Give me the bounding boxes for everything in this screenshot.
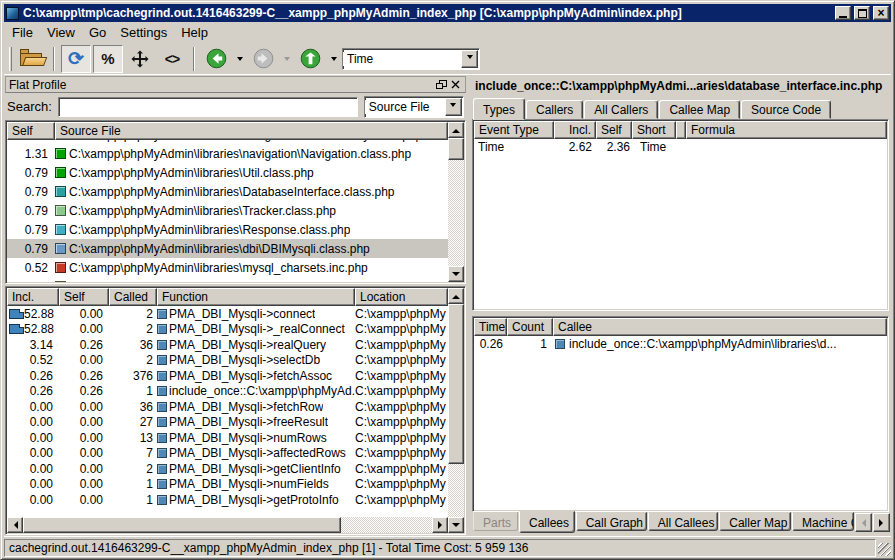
incl-cost: 0.00: [24, 431, 59, 445]
toolbar-handle[interactable]: [9, 47, 12, 71]
open-file-button[interactable]: [17, 45, 47, 73]
function-row[interactable]: 0.00 0.00 27 PMA_DBI_Mysqli->freeResult …: [7, 415, 448, 431]
scrollbar-thumb[interactable]: [23, 517, 341, 533]
column-header-callee[interactable]: Callee: [553, 318, 887, 336]
dock-close-button[interactable]: [448, 78, 462, 91]
scroll-left-button[interactable]: [7, 517, 23, 533]
up-dropdown-button[interactable]: [327, 45, 340, 73]
column-header-event-type[interactable]: Event Type: [474, 121, 554, 139]
tab-callers[interactable]: Callers: [526, 100, 583, 119]
dock-title-bar[interactable]: Flat Profile: [5, 76, 466, 93]
source-file-row[interactable]: 0.52 C:\xampp\phpMyAdmin\libraries\user_…: [7, 277, 448, 282]
column-header-source-file[interactable]: Source File: [55, 122, 448, 140]
scrollbar-thumb[interactable]: [448, 138, 464, 160]
function-row[interactable]: 0.52 0.00 2 PMA_DBI_Mysqli->selectDb C:\…: [7, 353, 448, 369]
source-file-row[interactable]: 0.79 C:\xampp\phpMyAdmin\libraries\Track…: [7, 201, 448, 220]
called-count: 2: [109, 462, 157, 476]
tab-callees[interactable]: Callees: [519, 511, 575, 533]
combo-dropdown-button[interactable]: [445, 98, 462, 116]
percent-icon: %: [101, 50, 114, 67]
tab-caller-map[interactable]: Caller Map: [719, 512, 791, 531]
tab-types[interactable]: Types: [473, 98, 525, 120]
menu-view[interactable]: View: [41, 23, 81, 42]
back-dropdown-button[interactable]: [233, 45, 246, 73]
column-header-self[interactable]: Self: [7, 122, 55, 140]
dock-float-button[interactable]: [434, 78, 448, 91]
menu-file[interactable]: File: [6, 23, 39, 42]
detail-bottom-tab-bar: Parts Callees Call Graph All Callees Cal…: [471, 512, 890, 535]
column-header-count[interactable]: Count: [507, 318, 553, 336]
tab-source-code[interactable]: Source Code: [741, 100, 831, 119]
column-header-self[interactable]: Self: [59, 288, 109, 306]
menu-settings[interactable]: Settings: [114, 23, 173, 42]
column-header-time[interactable]: Time: [474, 318, 507, 336]
function-table-vertical-scrollbar[interactable]: [448, 288, 464, 533]
column-header-incl[interactable]: Incl.: [554, 121, 596, 139]
column-header-blank[interactable]: [676, 121, 686, 139]
column-header-location[interactable]: Location: [355, 288, 448, 306]
source-file-row[interactable]: 1.31 C:\xampp\phpMyAdmin\libraries\navig…: [7, 144, 448, 163]
tab-parts[interactable]: Parts: [473, 512, 518, 531]
column-header-formula[interactable]: Formula: [686, 121, 887, 139]
function-row[interactable]: 0.00 0.00 1 PMA_DBI_Mysqli->numFields C:…: [7, 477, 448, 493]
up-button[interactable]: [295, 45, 325, 73]
scroll-down-button[interactable]: [448, 517, 464, 533]
toolbar: ⟳ % <>: [4, 43, 891, 75]
scroll-right-button[interactable]: [432, 517, 448, 533]
function-row[interactable]: 0.00 0.00 1 PMA_DBI_Mysqli->getProtoInfo…: [7, 492, 448, 508]
function-row[interactable]: 0.00 0.00 13 PMA_DBI_Mysqli->numRows C:\…: [7, 430, 448, 446]
function-row[interactable]: 0.26 0.26 1 include_once::C:\xampp\phpMy…: [7, 384, 448, 400]
function-row[interactable]: 0.00 0.00 7 PMA_DBI_Mysqli->affectedRows…: [7, 446, 448, 462]
cycle-detection-button[interactable]: <>: [157, 45, 187, 73]
forward-dropdown-button[interactable]: [280, 45, 293, 73]
tab-scroll-left-button[interactable]: [855, 513, 872, 532]
tab-scroll-right-button[interactable]: [873, 513, 890, 532]
tab-all-callees[interactable]: All Callees: [648, 512, 719, 531]
scroll-down-button[interactable]: [448, 266, 464, 282]
event-type-row[interactable]: Time 2.62 2.36 Time: [474, 139, 887, 155]
grouping-combobox[interactable]: Source File: [364, 96, 464, 118]
tab-machine-code[interactable]: Machine Code: [792, 512, 854, 531]
expand-all-areas-button[interactable]: [125, 45, 155, 73]
source-list-vertical-scrollbar[interactable]: [448, 122, 464, 282]
column-header-incl[interactable]: Incl.: [7, 288, 59, 306]
combo-dropdown-button[interactable]: [461, 50, 478, 68]
source-file-row[interactable]: 0.79 C:\xampp\phpMyAdmin\libraries\Datab…: [7, 182, 448, 201]
column-header-short[interactable]: Short: [632, 121, 676, 139]
function-row[interactable]: 3.14 0.26 36 PMA_DBI_Mysqli->realQuery C…: [7, 337, 448, 353]
function-row[interactable]: 52.88 0.00 2 PMA_DBI_Mysqli->_realConnec…: [7, 322, 448, 338]
scroll-up-button[interactable]: [448, 288, 464, 304]
column-header-function[interactable]: Function: [157, 288, 355, 306]
column-header-called[interactable]: Called: [109, 288, 157, 306]
column-header-self[interactable]: Self: [596, 121, 632, 139]
resize-grip[interactable]: [878, 543, 891, 556]
callee-row[interactable]: 0.26 1 include_once::C:\xampp\phpMyAdmin…: [474, 336, 887, 352]
function-row[interactable]: 0.00 0.00 2 PMA_DBI_Mysqli->getClientInf…: [7, 461, 448, 477]
back-button[interactable]: [201, 45, 231, 73]
reload-button[interactable]: ⟳: [61, 45, 91, 73]
function-row[interactable]: 52.88 0.00 2 PMA_DBI_Mysqli->connect C:\…: [7, 306, 448, 322]
source-file-path: C:\xampp\phpMyAdmin\libraries\Tracker.cl…: [69, 204, 336, 218]
menu-go[interactable]: Go: [83, 23, 112, 42]
function-table-horizontal-scrollbar[interactable]: [7, 517, 448, 533]
search-input[interactable]: [58, 97, 358, 117]
function-row[interactable]: 0.00 0.00 36 PMA_DBI_Mysqli->fetchRow C:…: [7, 399, 448, 415]
source-file-row[interactable]: 0.79 C:\xampp\phpMyAdmin\libraries\dbi\D…: [7, 239, 448, 258]
function-row[interactable]: 0.26 0.26 376 PMA_DBI_Mysqli->fetchAssoc…: [7, 368, 448, 384]
title-bar[interactable]: C:\xampp\tmp\cachegrind.out.1416463299-C…: [4, 4, 891, 22]
forward-button[interactable]: [248, 45, 278, 73]
maximize-button[interactable]: [854, 6, 870, 20]
event-type-combobox[interactable]: Time: [342, 48, 480, 70]
tab-call-graph[interactable]: Call Graph: [576, 512, 647, 531]
relative-percent-button[interactable]: %: [93, 45, 123, 73]
source-file-row[interactable]: 0.79 C:\xampp\phpMyAdmin\libraries\Util.…: [7, 163, 448, 182]
close-button[interactable]: ×: [873, 6, 889, 20]
menu-help[interactable]: Help: [175, 23, 214, 42]
source-file-row[interactable]: 0.79 C:\xampp\phpMyAdmin\libraries\Respo…: [7, 220, 448, 239]
tab-all-callers[interactable]: All Callers: [584, 100, 658, 119]
minimize-button[interactable]: [835, 6, 851, 20]
source-file-row[interactable]: 0.52 C:\xampp\phpMyAdmin\libraries\mysql…: [7, 258, 448, 277]
scroll-up-button[interactable]: [448, 122, 464, 138]
scrollbar-thumb[interactable]: [448, 304, 464, 464]
tab-callee-map[interactable]: Callee Map: [659, 100, 740, 119]
